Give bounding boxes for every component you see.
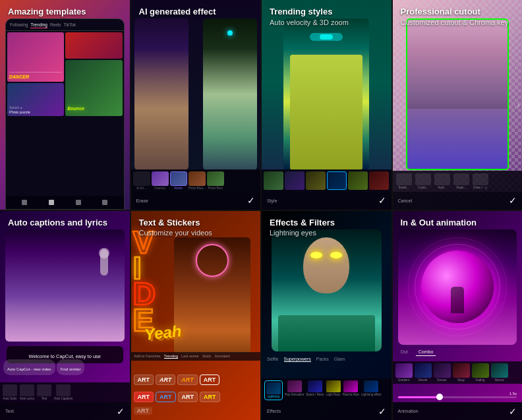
effect-space[interactable]: Space / Neon <box>306 380 324 400</box>
tab-favorites[interactable]: Add to Favorites <box>134 354 161 359</box>
style-3[interactable] <box>306 171 326 190</box>
effects-label: Effects <box>267 409 281 413</box>
portrait-real <box>134 18 188 170</box>
sticker-art-4[interactable]: ART <box>200 375 220 385</box>
checkmark-5[interactable]: ✓ <box>117 406 125 417</box>
style-1[interactable] <box>264 171 283 190</box>
card-text-stickers[interactable]: Text & Stickers Customize your videos V … <box>131 211 261 421</box>
checkmark-7[interactable]: ✓ <box>378 406 386 417</box>
card-auto-captions[interactable]: Auto captions and lyrics Welcome to CapC… <box>0 211 130 421</box>
slider-handle[interactable] <box>436 394 443 400</box>
style-5[interactable] <box>348 171 368 190</box>
checkmark-8[interactable]: ✓ <box>509 406 517 417</box>
filter-tab-glam[interactable]: Glam <box>334 357 345 362</box>
effect-anime[interactable]: Anime <box>170 171 187 190</box>
effect-pixel[interactable]: Photo Bliss... <box>188 171 206 190</box>
effect-cosmos[interactable]: Cosmos <box>152 171 169 190</box>
chevron-right-icon[interactable]: › <box>517 100 520 110</box>
text-label-5: Text <box>5 409 14 413</box>
anim-drizzle[interactable]: Drizzle <box>415 363 432 382</box>
card-amazing-templates[interactable]: Amazing templates Following Trending Ree… <box>0 0 130 210</box>
tab-last-scene[interactable]: Last scene <box>181 354 199 359</box>
filter-tab-packs[interactable]: Packs <box>316 357 329 362</box>
effect-watercolor[interactable]: Photo Bliss <box>207 171 224 190</box>
btn-find-similar[interactable]: Find similar <box>57 359 85 375</box>
checkmark-4[interactable]: ✓ <box>509 195 517 206</box>
effect-lightning2[interactable]: Lightning effect <box>361 380 381 400</box>
left-col: DANCER Photo puzzle Splash ● <box>7 32 64 116</box>
sticker-art-1[interactable]: ART <box>134 375 154 385</box>
filter-tab-selfie[interactable]: Selfie <box>267 357 279 362</box>
caption-tool-2[interactable]: Auto Lyrics <box>20 384 34 400</box>
tool-eraser[interactable]: Draw > ..y <box>473 173 488 189</box>
thumb-3 <box>65 32 122 59</box>
fashion-person <box>283 18 369 170</box>
tab-static[interactable]: Static <box>202 354 212 359</box>
sticker-art-6[interactable]: ART <box>156 392 176 402</box>
yeah-sticker: Yeah <box>143 322 182 344</box>
sticker-tabs: Add to Favorites Trending Last scene Sta… <box>131 352 261 361</box>
sticker-art-2[interactable]: ART <box>156 375 175 385</box>
tab-following[interactable]: Following <box>10 22 28 28</box>
caption-tools: Auto Subs Auto Lyrics Text Auto Captions <box>0 382 130 402</box>
checkmark-2[interactable]: ✓ <box>247 195 255 206</box>
effect-plasma[interactable]: Plasma Rain <box>343 380 360 400</box>
anim-fading[interactable]: Fading <box>472 363 489 382</box>
tab-combo[interactable]: Combo <box>416 348 436 356</box>
anim-norma[interactable]: Norma <box>491 363 508 382</box>
btn-auto-capcut[interactable]: Auto CapCut - new video <box>3 359 55 375</box>
card-5-title: Auto captions and lyrics <box>8 218 107 229</box>
caption-tool-3[interactable]: Text <box>37 384 51 400</box>
dancer-bg <box>174 237 251 355</box>
right-eye-glow <box>330 252 342 258</box>
tool-smart-cutout[interactable]: Smart... <box>396 173 412 189</box>
effect-lightning-selected[interactable]: Lightning <box>264 380 283 400</box>
sticker-row-3: ART <box>131 407 261 415</box>
card-1-title: Amazing templates <box>8 7 86 18</box>
checkmark-3[interactable]: ✓ <box>378 195 386 206</box>
slider-bar[interactable] <box>398 396 517 398</box>
card-ai-effect[interactable]: AI generated effect AI Art... Cosmos Ani… <box>131 0 261 210</box>
recording-woman <box>5 229 125 342</box>
card-effects-filters[interactable]: Effects & Filters Lightning eyes Selfie … <box>262 211 392 421</box>
style-6[interactable] <box>369 171 389 190</box>
card-8-title: In & Out animation <box>401 218 477 229</box>
card-professional-cutout[interactable]: Professional cutout Customized cutout & … <box>393 0 523 210</box>
sticker-art-8[interactable]: ART <box>200 392 220 402</box>
sticker-art-3[interactable]: ART <box>177 375 197 385</box>
sticker-art-7[interactable]: ART <box>178 392 198 402</box>
anim-sway[interactable]: Sway <box>453 363 470 382</box>
tab-trending-6[interactable]: Trending <box>164 354 179 359</box>
effect-light[interactable]: Light Rays <box>326 380 341 400</box>
erase-btn[interactable]: Erase <box>136 198 148 203</box>
tool-custom-cutout[interactable]: Custo.. <box>415 173 431 189</box>
tab-out[interactable]: Out <box>398 348 411 356</box>
card-trending-styles[interactable]: Trending styles Auto velocity & 3D zoom … <box>262 0 392 210</box>
anim-gradient[interactable]: Gradient <box>395 363 413 382</box>
sticker-art-9[interactable]: ART <box>134 407 153 415</box>
anim-devour[interactable]: Devour <box>434 363 451 382</box>
tab-animated[interactable]: Animated <box>214 354 229 359</box>
card-6-subtitle: Customize your videos <box>139 228 212 237</box>
sticker-art-5[interactable]: ART <box>134 392 154 402</box>
card-2-title: AI generated effect <box>139 7 216 18</box>
bottom-toolbar-3: Style ✓ <box>262 192 392 210</box>
effect-pop[interactable]: Pop Sensation <box>285 380 304 400</box>
tab-trending[interactable]: Trending <box>30 22 47 28</box>
card-1-label: Amazing templates <box>8 7 86 18</box>
nav-icon-3 <box>76 200 81 205</box>
style-4-selected[interactable] <box>327 171 347 190</box>
cancel-btn[interactable]: Cancel <box>398 198 413 203</box>
card-7-subtitle: Lightning eyes <box>270 228 335 237</box>
caption-tool-1[interactable]: Auto Subs <box>3 384 17 400</box>
orb-ring-2 <box>408 237 507 336</box>
tab-reels[interactable]: Reels <box>50 22 61 28</box>
filter-tab-superpowers[interactable]: Superpowers <box>284 357 311 362</box>
tab-tiktok[interactable]: TikTok <box>64 22 76 28</box>
style-2[interactable] <box>285 171 304 190</box>
tool-draw[interactable]: Draw... <box>453 173 469 189</box>
caption-tool-4[interactable]: Auto Captions <box>54 384 72 400</box>
tool-auto-remove[interactable]: Auto.. <box>434 173 450 189</box>
effect-none[interactable]: AI Art... <box>133 171 150 190</box>
card-in-out-animation[interactable]: In & Out animation Out Combo Gradient <box>393 211 523 421</box>
